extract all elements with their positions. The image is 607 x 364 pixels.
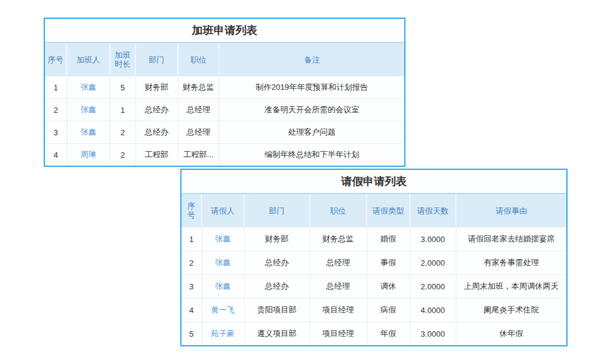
- table-cell: 2: [45, 99, 67, 121]
- column-header: 职位: [178, 43, 219, 76]
- table-cell: 病假: [367, 298, 410, 322]
- header-row: 序号加班人加班时长部门职位备注: [45, 43, 404, 76]
- table-cell: 财务部: [135, 76, 178, 99]
- table-cell: 财务总监: [178, 76, 219, 99]
- table-cell: 5: [110, 76, 135, 99]
- employee-link[interactable]: 张鑫: [81, 83, 97, 92]
- table-cell: 4: [45, 144, 67, 166]
- table-row: 3张鑫总经办总经理调休2.0000上周末加班，本周调休两天: [181, 275, 566, 298]
- table-cell: 总经理: [178, 99, 219, 121]
- table-cell: 财务部: [244, 228, 310, 251]
- table-cell: 婚假: [367, 228, 410, 251]
- table-cell: 年假: [367, 322, 410, 346]
- employee-link[interactable]: 苑子豪: [211, 329, 235, 338]
- table-row: 3张鑫2总经办总经理处理客户问题: [45, 121, 404, 144]
- column-header: 加班时长: [110, 43, 135, 76]
- table-cell: 总经办: [135, 121, 178, 144]
- table-cell: 项目经理: [310, 322, 367, 346]
- employee-link[interactable]: 张鑫: [215, 234, 231, 243]
- leave-list-panel: 请假申请列表 序号请假人部门职位请假类型请假天数请假事由 1张鑫财务部财务总监婚…: [180, 169, 568, 346]
- table-row: 1张鑫5财务部财务总监制作2019年年度预算和计划报告: [45, 76, 404, 99]
- leave-table-body: 1张鑫财务部财务总监婚假3.0000请假回老家去结婚摆宴席2张鑫总经办总经理事假…: [181, 228, 566, 346]
- table-row: 4黄一飞贵阳项目部项目经理病假4.0000阑尾炎手术住院: [181, 298, 566, 322]
- table-cell: 总经办: [244, 275, 310, 298]
- table-cell: 1: [45, 76, 67, 99]
- column-header: 请假事由: [456, 194, 566, 228]
- leave-table: 序号请假人部门职位请假类型请假天数请假事由 1张鑫财务部财务总监婚假3.0000…: [181, 194, 566, 345]
- table-cell: 工程部: [135, 144, 178, 166]
- column-header: 加班人: [67, 43, 110, 76]
- table-cell: 黄一飞: [202, 298, 244, 322]
- table-cell: 请假回老家去结婚摆宴席: [456, 228, 566, 251]
- column-header: 序号: [45, 43, 67, 76]
- employee-link[interactable]: 周琳: [81, 150, 97, 159]
- table-cell: 总经办: [135, 99, 178, 121]
- table-row: 5苑子豪遵义项目部项目经理年假3.0000休年假: [181, 322, 566, 346]
- table-cell: 项目经理: [310, 298, 367, 322]
- header-row: 序号请假人部门职位请假类型请假天数请假事由: [181, 194, 566, 228]
- table-cell: 上周末加班，本周调休两天: [456, 275, 566, 298]
- table-cell: 4: [181, 298, 202, 322]
- column-header: 请假天数: [410, 194, 456, 228]
- table-cell: 事假: [367, 251, 410, 275]
- table-cell: 准备明天开会所需的会议室: [219, 99, 404, 121]
- table-cell: 2: [110, 144, 135, 166]
- leave-table-header: 序号请假人部门职位请假类型请假天数请假事由: [181, 194, 566, 228]
- table-cell: 总经理: [310, 275, 367, 298]
- column-header: 备注: [219, 43, 404, 76]
- employee-link[interactable]: 黄一飞: [211, 305, 235, 314]
- table-cell: 2: [110, 121, 135, 144]
- table-cell: 阑尾炎手术住院: [456, 298, 566, 322]
- overtime-table-header: 序号加班人加班时长部门职位备注: [45, 43, 404, 76]
- table-cell: 工程部...: [178, 144, 219, 166]
- table-cell: 财务总监: [310, 228, 367, 251]
- table-cell: 编制年终总结和下半年计划: [219, 144, 404, 166]
- leave-table-title: 请假申请列表: [181, 170, 566, 194]
- table-row: 2张鑫1总经办总经理准备明天开会所需的会议室: [45, 99, 404, 121]
- table-cell: 2.0000: [410, 275, 456, 298]
- table-cell: 张鑫: [202, 275, 244, 298]
- column-header: 职位: [310, 194, 367, 228]
- column-header: 请假类型: [367, 194, 410, 228]
- table-cell: 2.0000: [410, 251, 456, 275]
- table-cell: 休年假: [456, 322, 566, 346]
- table-cell: 张鑫: [202, 228, 244, 251]
- table-cell: 张鑫: [67, 121, 110, 144]
- table-cell: 张鑫: [67, 99, 110, 121]
- table-cell: 贵阳项目部: [244, 298, 310, 322]
- table-row: 4周琳2工程部工程部...编制年终总结和下半年计划: [45, 144, 404, 166]
- employee-link[interactable]: 张鑫: [215, 258, 231, 267]
- table-cell: 4.0000: [410, 298, 456, 322]
- table-cell: 3.0000: [410, 322, 456, 346]
- column-header: 序号: [181, 194, 202, 228]
- table-cell: 调休: [367, 275, 410, 298]
- table-cell: 5: [181, 322, 202, 346]
- overtime-list-panel: 加班申请列表 序号加班人加班时长部门职位备注 1张鑫5财务部财务总监制作2019…: [44, 18, 405, 167]
- table-cell: 2: [181, 251, 202, 275]
- employee-link[interactable]: 张鑫: [81, 127, 97, 136]
- table-cell: 3.0000: [410, 228, 456, 251]
- column-header: 部门: [244, 194, 310, 228]
- column-header: 请假人: [202, 194, 244, 228]
- table-cell: 制作2019年年度预算和计划报告: [219, 76, 404, 99]
- column-header: 部门: [135, 43, 178, 76]
- table-cell: 处理客户问题: [219, 121, 404, 144]
- table-cell: 张鑫: [202, 251, 244, 275]
- overtime-table-title: 加班申请列表: [45, 19, 404, 43]
- table-cell: 遵义项目部: [244, 322, 310, 346]
- table-cell: 1: [110, 99, 135, 121]
- overtime-table: 序号加班人加班时长部门职位备注 1张鑫5财务部财务总监制作2019年年度预算和计…: [45, 43, 404, 166]
- table-cell: 苑子豪: [202, 322, 244, 346]
- table-row: 1张鑫财务部财务总监婚假3.0000请假回老家去结婚摆宴席: [181, 228, 566, 251]
- employee-link[interactable]: 张鑫: [215, 281, 231, 291]
- table-cell: 1: [181, 228, 202, 251]
- table-cell: 总经办: [244, 251, 310, 275]
- table-cell: 张鑫: [67, 76, 110, 99]
- table-cell: 总经理: [310, 251, 367, 275]
- table-cell: 3: [45, 121, 67, 144]
- table-row: 2张鑫总经办总经理事假2.0000有家务事需处理: [181, 251, 566, 275]
- employee-link[interactable]: 张鑫: [81, 105, 97, 114]
- overtime-table-body: 1张鑫5财务部财务总监制作2019年年度预算和计划报告2张鑫1总经办总经理准备明…: [45, 76, 404, 166]
- table-cell: 周琳: [67, 144, 110, 166]
- table-cell: 总经理: [178, 121, 219, 144]
